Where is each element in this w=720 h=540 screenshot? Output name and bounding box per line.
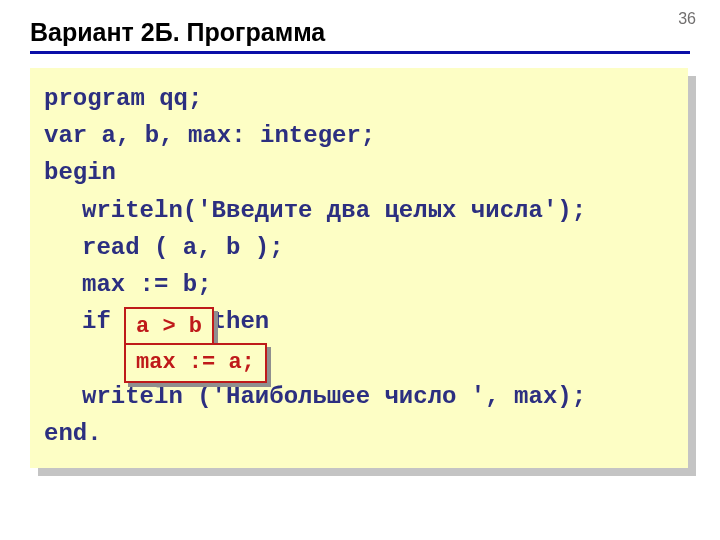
code-block: program qq; var a, b, max: integer; begi…	[30, 68, 688, 468]
if-keyword: if	[82, 308, 125, 335]
code-line: read ( a, b );	[44, 229, 670, 266]
slide: 36 Вариант 2Б. Программа program qq; var…	[0, 0, 720, 540]
code-line: max := b;	[44, 266, 670, 303]
title-underline	[30, 51, 690, 54]
code-box: program qq; var a, b, max: integer; begi…	[30, 68, 688, 468]
answer-card-assignment: max := a;	[124, 343, 267, 383]
slide-title: Вариант 2Б. Программа	[30, 18, 690, 47]
code-line: begin	[44, 154, 670, 191]
code-line: var a, b, max: integer;	[44, 117, 670, 154]
code-line: writeln('Введите два целых числа');	[44, 192, 670, 229]
code-line: program qq;	[44, 80, 670, 117]
answer-card-condition: a > b	[124, 307, 214, 347]
card-box: max := a;	[124, 343, 267, 383]
card-box: a > b	[124, 307, 214, 347]
page-number: 36	[678, 10, 696, 28]
code-line: end.	[44, 415, 670, 452]
